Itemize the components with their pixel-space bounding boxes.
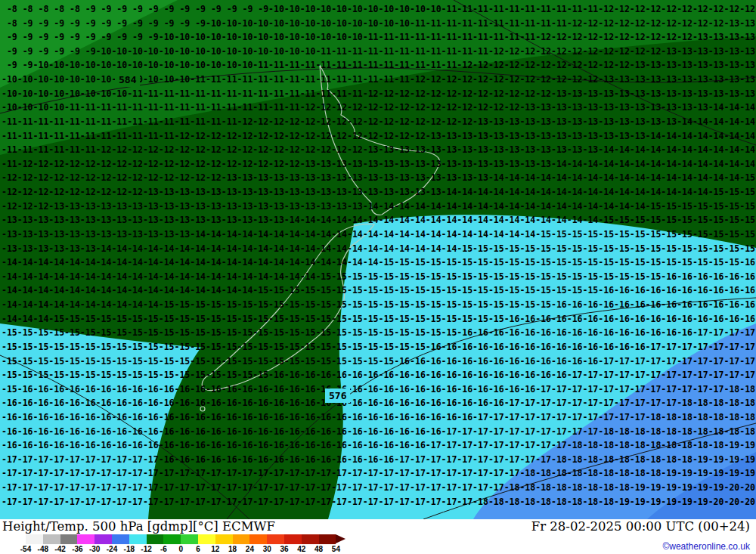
legend-bar: Height/Temp. 500 hPa [gdmp][°C] ECMWF Fr… <box>0 519 756 554</box>
colorbar-tick: 30 <box>263 545 271 553</box>
copyright-link[interactable]: ©weatheronline.co.uk <box>662 541 750 552</box>
colorbar-segment <box>198 534 215 544</box>
colorbar-tick-labels: -54-48-42-36-30-24-18-12-606121824303642… <box>26 545 358 553</box>
contour-label-576: 576 <box>325 388 350 403</box>
temperature-row: -17-17-17-17-17-17-17-17-17-17-17-17-17-… <box>2 469 755 478</box>
temperature-row: -14-14-14-14-14-14-14-14-14-14-15-15-15-… <box>2 300 755 309</box>
temperature-row: -11-11-11-11-11-11-12-12-12-12-12-12-12-… <box>2 145 755 154</box>
colorbar-tick: 54 <box>332 545 340 553</box>
colorbar-segment <box>26 534 43 544</box>
temperature-row: -11-11-11-11-11-11-11-11-11-11-11-11-11-… <box>2 117 755 126</box>
colorbar-segment <box>60 534 78 544</box>
colorbar-segment <box>249 534 267 544</box>
colorbar-segment <box>215 534 233 544</box>
temperature-row: -17-17-17-17-17-17-17-17-17-17-17-17-17-… <box>2 483 755 492</box>
temperature-row: -15-15-15-15-15-15-15-15-15-15-15-15-15-… <box>2 370 755 379</box>
colorbar-segment <box>163 534 181 544</box>
map-datetime: Fr 28-02-2025 00:00 UTC (00+24) <box>531 519 750 534</box>
temperature-row: -9 -9-10-10-10-10-10-10-10-10-10-10-10-1… <box>2 60 755 70</box>
colorbar-segment <box>43 534 60 544</box>
colorbar-segment <box>129 534 147 544</box>
temperature-row: -14-14-14-14-14-14-14-14-14-14-14-14-14-… <box>2 258 755 267</box>
colorbar-tick: -36 <box>72 545 82 553</box>
temperature-grid: -8 -8 -8 -8 -8 -9 -9 -9 -9 -9 -9 -9 -9 -… <box>0 0 756 519</box>
colorbar-tick: -18 <box>124 545 135 553</box>
colorbar-segment <box>319 534 336 544</box>
temperature-row: -15-15-15-15-15-15-15-15-15-15-15-15-15-… <box>2 357 755 366</box>
colorbar-tick: 24 <box>246 545 254 553</box>
colorbar-tick: 18 <box>228 545 237 553</box>
temperature-row: -15-15-15-15-15-15-15-15-15-15-15-15-15-… <box>2 342 755 351</box>
temperature-row: -15-15-15-15-15-15-15-15-15-15-15-15-15-… <box>2 328 755 337</box>
colorbar-segment <box>302 534 319 544</box>
colorbar-tick: 36 <box>280 545 288 553</box>
temperature-row: -13-13-13-13-13-13-13-13-13-13-13-13-14-… <box>2 230 755 239</box>
temperature-row: -11-11-11-11-11-11-11-11-11-11-11-12-12-… <box>2 132 755 141</box>
colorbar-segment <box>112 534 129 544</box>
temperature-row: -16-16-16-16-16-16-16-16-16-16-16-16-16-… <box>2 413 755 422</box>
colorbar-segment <box>147 534 164 544</box>
temperature-row: -14-14-14-15-15-15-15-15-15-15-15-15-15-… <box>2 314 755 323</box>
colorbar-tick: 12 <box>211 545 219 553</box>
temperature-row: -12-12-12-13-13-13-13-13-13-13-13-13-13-… <box>2 202 755 211</box>
colorbar-segment <box>181 534 198 544</box>
colorbar-tick: -30 <box>89 545 100 553</box>
colorbar-tick: -48 <box>38 545 48 553</box>
temperature-row: -14-14-14-14-14-14-14-14-14-14-14-14-14-… <box>2 272 755 281</box>
colorbar-tick: 42 <box>297 545 305 553</box>
temperature-row: -13-13-13-13-13-13-13-13-13-13-13-13-13-… <box>2 215 755 224</box>
temperature-row: -14-14-14-14-14-14-14-14-14-14-14-14-14-… <box>2 286 755 295</box>
temperature-row: -12-12-12-12-12-12-12-12-12-13-13-13-13-… <box>2 187 755 197</box>
colorbar-segment <box>267 534 284 544</box>
temperature-row: -8 -9 -9 -9 -9 -9 -9 -9 -9 -9 -9 -9 -9-1… <box>2 19 755 28</box>
colorbar-segment <box>94 534 112 544</box>
temperature-row: -10-10-10-10-10-10-10-10-11-11-11-11-11-… <box>2 89 755 98</box>
temperature-row: -17-17-17-17-17-17-17-17-17-17-17-17-17-… <box>2 497 755 506</box>
colorbar-tick: 48 <box>314 545 323 553</box>
temperature-row: -8 -8 -8 -8 -8 -9 -9 -9 -9 -9 -9 -9 -9 -… <box>2 5 755 14</box>
weather-map: -8 -8 -8 -8 -8 -9 -9 -9 -9 -9 -9 -9 -9 -… <box>0 0 756 519</box>
temperature-row: -11-12-12-12-12-12-12-12-12-12-12-12-12-… <box>2 159 755 169</box>
temperature-row: -10-10-10-10-11-11-11-11-11-11-11-11-11-… <box>2 103 755 112</box>
map-title: Height/Temp. 500 hPa [gdmp][°C] ECMWF <box>2 519 275 534</box>
colorbar-tick: -12 <box>141 545 151 553</box>
temperature-row: -9 -9 -9 -9 -9 -9-10-10-10-10-10-10-10-1… <box>2 47 755 56</box>
temperature-row: -12-12-12-12-12-12-12-12-12-12-12-12-12-… <box>2 173 755 182</box>
colorbar-tick: -24 <box>107 545 117 553</box>
colorbar-tick: 0 <box>178 545 183 553</box>
colorbar-tick: 6 <box>196 545 200 553</box>
colorbar-tick: -6 <box>160 545 167 553</box>
colorbar-tick: -54 <box>20 545 31 553</box>
colorbar-segment <box>284 534 302 544</box>
temperature-row: -16-16-16-16-16-16-16-16-16-16-16-16-16-… <box>2 427 755 436</box>
contour-label-584: 584 <box>115 73 140 87</box>
temperature-row: -15-16-16-16-16-16-16-16-16-16-16-16-16-… <box>2 385 755 394</box>
temperature-row: -13-13-13-13-13-13-14-14-14-14-14-14-14-… <box>2 244 755 253</box>
temperature-row: -17-17-17-17-17-17-17-17-17-17-16-16-16-… <box>2 455 755 464</box>
colorbar-tick: -42 <box>54 545 65 553</box>
temperature-colorbar <box>26 534 345 544</box>
temperature-row: -16-16-16-16-16-16-16-16-16-16-16-16-16-… <box>2 441 755 450</box>
colorbar-segment <box>77 534 94 544</box>
colorbar-arrow <box>336 534 345 543</box>
temperature-row: -9 -9 -9 -9 -9 -9 -9 -9 -9 -9-10-10-10-1… <box>2 32 755 42</box>
colorbar-segment <box>233 534 250 544</box>
temperature-row: -16-16-16-16-16-16-16-16-16-16-16-16-16-… <box>2 398 755 407</box>
